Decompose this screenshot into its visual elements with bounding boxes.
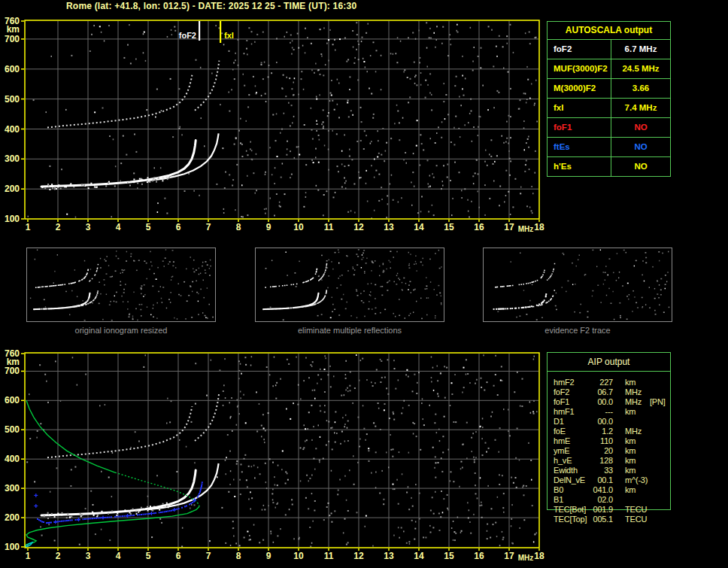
x-axis-unit: MHz — [518, 225, 534, 233]
aip-parameter-name: B0 — [554, 485, 563, 495]
aip-parameter-name: foF1 — [554, 397, 569, 407]
panel-noise — [497, 249, 669, 320]
autoscala-table-header: AUTOSCALA output — [548, 22, 670, 40]
y-tick-label: 400 — [5, 454, 20, 464]
aip-row-b1: B102.0 — [547, 495, 671, 505]
parameter-value: NO — [611, 118, 670, 137]
axis-ticks — [21, 354, 539, 551]
noise-layer — [28, 22, 538, 219]
autoscala-row-fof2: foF26.7 MHz — [548, 40, 670, 59]
y-tick-label: 300 — [5, 153, 20, 164]
aip-parameter-name: DelN_vE — [554, 475, 585, 485]
autoscala-screen: Rome (lat: +41.8, lon: 012.5) - DATE: 20… — [0, 0, 728, 568]
aip-parameter-name: hmF1 — [554, 407, 574, 417]
aip-row-tecbot: TEC[Bot]001.9TECU — [547, 505, 671, 515]
x-tick-label: 14 — [414, 222, 424, 232]
autoscala-row-m3000f2: M(3000)F23.66 — [548, 79, 670, 99]
aip-parameter-value: 001.9 — [584, 505, 613, 515]
x-tick-label: 15 — [444, 551, 454, 561]
y-tick-label: 500 — [5, 94, 20, 105]
y-tick-label: 200 — [5, 512, 20, 523]
x-tick-label: 4 — [116, 222, 121, 232]
aip-parameter-value: 005.1 — [584, 515, 613, 524]
x-axis-unit: MHz — [518, 554, 534, 562]
x-tick-label: 15 — [444, 222, 454, 232]
aip-row-fof1: foF100.0MHz[PN] — [547, 397, 671, 407]
parameter-value: NO — [611, 138, 670, 156]
aip-parameter-unit: MHz — [625, 387, 642, 397]
parameter-name: MUF(3000)F2 — [548, 59, 611, 78]
aip-parameter-name: ymE — [554, 446, 569, 456]
parameter-name: h'Es — [548, 157, 611, 176]
panel-traces — [493, 263, 556, 310]
aip-parameter-value: 00.0 — [584, 417, 613, 427]
x-tick-label: 9 — [266, 551, 271, 561]
autoscala-row-ftes: ftEsNO — [548, 138, 670, 157]
aip-parameter-unit: km — [625, 436, 635, 446]
panel-noise — [30, 249, 214, 320]
y-tick-label: 200 — [5, 184, 20, 194]
aip-row-delnve: DelN_vE00.1m^(-3) — [547, 475, 671, 485]
x-tick-label: 12 — [353, 222, 364, 232]
aip-row-d1: D100.0 — [547, 417, 671, 427]
aip-parameter-name: hmE — [554, 436, 570, 446]
parameter-value: 6.7 MHz — [611, 40, 670, 59]
aip-parameter-name: hmF2 — [554, 378, 574, 387]
aip-parameter-name: B1 — [554, 495, 563, 505]
y-tick-label: 700 — [5, 366, 20, 376]
frequency-markers: foF2fxI — [179, 21, 234, 43]
parameter-name: foF2 — [548, 40, 611, 59]
fxI-marker-line — [220, 21, 221, 43]
aip-parameter-unit: MHz — [625, 427, 642, 436]
aip-parameter-unit: MHz — [625, 397, 642, 407]
aip-row-ewidth: Ewidth33km — [547, 466, 671, 475]
aip-parameter-name: Ewidth — [554, 466, 578, 475]
parameter-value: 24.5 MHz — [611, 59, 670, 78]
aip-parameter-unit: km — [625, 407, 635, 417]
x-tick-label: 13 — [384, 222, 394, 232]
aip-parameter-unit: km — [625, 378, 635, 387]
y-tick-label: 500 — [5, 424, 20, 435]
aip-parameter-value: 00.0 — [584, 397, 613, 407]
y-tick-label: 300 — [5, 483, 20, 494]
parameter-name: fxI — [548, 99, 611, 117]
aip-parameter-name: TEC[Top] — [554, 515, 587, 524]
page-title: Rome (lat: +41.8, lon: 012.5) - DATE: 20… — [66, 1, 356, 11]
x-tick-label: 2 — [56, 222, 61, 232]
panel-eliminate-reflections — [255, 248, 444, 322]
x-tick-label: 6 — [176, 222, 181, 232]
autoscala-output-table: AUTOSCALA output foF26.7 MHzMUF(3000)F22… — [547, 21, 671, 177]
panel-caption-original: original ionogram resized — [26, 326, 216, 335]
top-ionogram-plot: 760700600500400300200100km12345678910111… — [0, 14, 549, 238]
aip-parameter-value: 06.7 — [584, 387, 613, 397]
aip-parameter-value: 128 — [584, 456, 613, 466]
echo-traces — [41, 392, 219, 519]
autoscala-table-rows: foF26.7 MHzMUF(3000)F224.5 MHzM(3000)F23… — [548, 40, 670, 176]
aip-row-tectop: TEC[Top]005.1TECU — [547, 515, 671, 524]
aip-parameter-name: h_vE — [554, 456, 572, 466]
autoscala-row-fof1: foF1NO — [548, 118, 670, 138]
x-tick-label: 8 — [236, 551, 241, 561]
autoscala-row-fxi: fxI7.4 MHz — [548, 99, 670, 118]
aip-parameter-name: TEC[Bot] — [554, 505, 586, 515]
y-tick-label: 400 — [5, 124, 20, 135]
panel-traces — [33, 264, 99, 310]
grid — [26, 21, 538, 218]
x-tick-label: 18 — [534, 551, 544, 561]
x-tick-label: 10 — [293, 222, 304, 232]
parameter-value: 3.66 — [611, 79, 670, 98]
y-tick-label: 600 — [5, 395, 20, 405]
x-tick-label: 12 — [353, 551, 364, 561]
aip-parameter-value: 1.2 — [584, 427, 613, 436]
aip-parameter-unit: TECU — [625, 505, 647, 515]
aip-table-rows: hmF2227kmfoF206.7MHzfoF100.0MHz[PN]hmF1-… — [547, 352, 671, 533]
autoscala-row-muf3000f2: MUF(3000)F224.5 MHz — [548, 59, 670, 79]
parameter-value: 7.4 MHz — [611, 99, 670, 117]
aip-parameter-name: foF2 — [554, 387, 569, 397]
parameter-name: M(3000)F2 — [548, 79, 611, 98]
profile-overlay — [25, 400, 199, 547]
x-tick-label: 1 — [26, 551, 31, 561]
panel-eliminate-reflections-image — [255, 248, 444, 322]
x-tick-label: 1 — [26, 222, 31, 232]
aip-parameter-unit: km — [625, 446, 635, 456]
